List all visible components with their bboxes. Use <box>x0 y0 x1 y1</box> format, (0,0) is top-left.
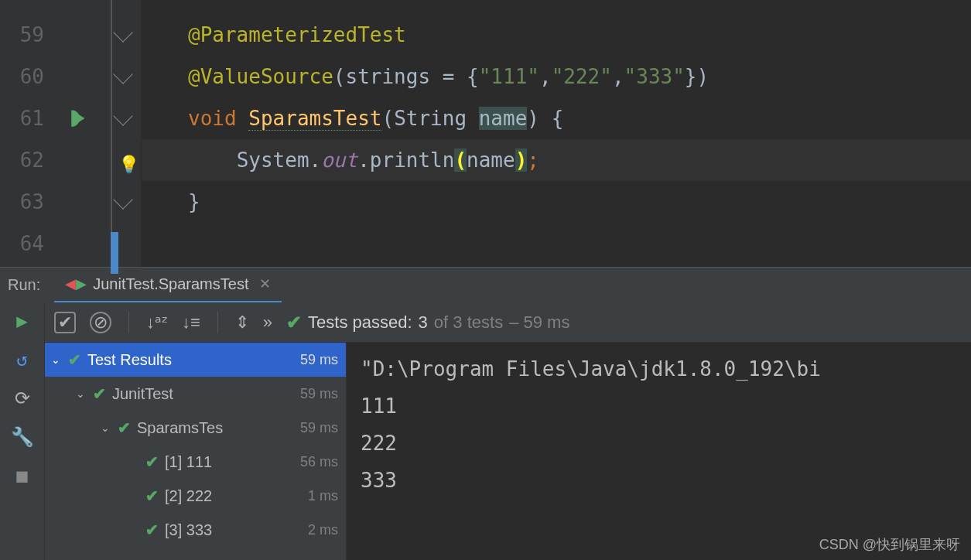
code-line-current[interactable]: System.out.println(name); <box>142 139 971 181</box>
test-node-label: Test Results <box>87 351 300 369</box>
fold-marker-icon[interactable] <box>113 22 132 42</box>
show-ignored-icon[interactable]: ⊘ <box>90 312 111 333</box>
line-number: 61 <box>0 97 44 139</box>
tests-passed-count: 3 <box>419 312 428 333</box>
code-line[interactable]: @ParameterizedTest <box>142 14 971 56</box>
arg-token: name <box>467 149 515 172</box>
more-icon[interactable]: » <box>263 312 272 333</box>
string-token: "111" <box>479 65 539 88</box>
annotation-token: @ParameterizedTest <box>188 23 406 46</box>
test-node-time: 56 ms <box>300 454 338 470</box>
caret-line-marker <box>111 232 118 274</box>
fold-marker-icon[interactable] <box>113 190 132 209</box>
test-summary: ✔ Tests passed: 3 of 3 tests – 59 ms <box>286 312 569 333</box>
test-passed-check-icon: ✔ <box>118 418 131 437</box>
code-line[interactable] <box>142 223 971 265</box>
type-token: String <box>394 107 467 130</box>
divider <box>217 312 218 333</box>
method-call-token: println <box>370 149 455 172</box>
code-line[interactable]: } <box>142 181 971 223</box>
line-number: 60 <box>0 56 44 97</box>
line-number-gutter: 59 60 61 62 63 64 <box>0 0 58 267</box>
arg-name: strings <box>346 65 431 88</box>
test-passed-check-icon: ✔ <box>68 350 81 369</box>
sort-duration-icon[interactable]: ↓≡ <box>182 312 200 333</box>
run-test-gutter-icon[interactable] <box>69 108 89 133</box>
test-node-time: 2 ms <box>308 522 338 538</box>
expand-all-icon[interactable]: ⇕ <box>235 312 249 333</box>
string-token: "333" <box>624 65 685 88</box>
test-node-label: [1] 111 <box>165 453 300 471</box>
test-tree-panel[interactable]: ⌄✔Test Results59 ms⌄✔JunitTest59 ms⌄✔Spa… <box>45 343 347 560</box>
settings-icon[interactable]: 🔧 <box>11 426 34 448</box>
run-config-tab[interactable]: ◀▶ JunitTest.SparamsTest ✕ <box>54 268 282 303</box>
code-area[interactable]: @ParameterizedTest @ValueSource(strings … <box>142 0 971 267</box>
test-node-label: [3] 333 <box>165 521 308 539</box>
test-node-label: SparamsTes <box>137 419 300 437</box>
fold-marker-icon[interactable] <box>113 64 132 84</box>
annotation-token: @ValueSource <box>188 65 333 88</box>
toggle-auto-test-icon[interactable]: ↺ <box>16 349 27 370</box>
matched-paren: ( <box>454 149 467 172</box>
run-label: Run: <box>8 276 40 294</box>
run-left-toolbar: ▶ ↺ ⟳ 🔧 ■ <box>0 302 45 560</box>
run-right-side: ✔ ⊘ ↓ᵃᶻ ↓≡ ⇕ » ✔ Tests passed: 3 of 3 te… <box>45 302 971 560</box>
stop-icon[interactable]: ■ <box>16 465 27 487</box>
run-tab-title: JunitTest.SparamsTest <box>93 275 248 293</box>
code-editor: 59 60 61 62 63 64 💡 @ParameterizedTest @… <box>0 0 971 267</box>
rerun-icon[interactable]: ▶ <box>16 310 27 332</box>
test-tree-row[interactable]: ⌄✔Test Results59 ms <box>45 343 346 377</box>
run-tool-window-header: Run: ◀▶ JunitTest.SparamsTest ✕ <box>0 267 971 302</box>
line-number: 62 <box>0 139 44 181</box>
field-token: out <box>321 149 357 172</box>
test-node-time: 59 ms <box>300 352 338 368</box>
method-name-token: SparamsTest <box>248 107 381 131</box>
expand-chevron-icon[interactable]: ⌄ <box>51 353 68 366</box>
test-tree-row[interactable]: ✔[2] 2221 ms <box>45 479 346 513</box>
sort-icon[interactable]: ↓ᵃᶻ <box>146 312 168 333</box>
gutter-icon-column <box>58 0 111 267</box>
test-tree-row[interactable]: ✔[3] 3332 ms <box>45 513 346 547</box>
test-config-icon: ◀▶ <box>65 275 87 292</box>
test-tree-row[interactable]: ✔[1] 11156 ms <box>45 445 346 479</box>
param-token: name <box>479 107 528 130</box>
fold-marker-icon[interactable] <box>113 106 132 125</box>
class-token: System <box>237 149 309 172</box>
code-line[interactable]: void SparamsTest(String name) { <box>142 97 971 139</box>
expand-chevron-icon[interactable]: ⌄ <box>101 422 118 434</box>
test-tree-row[interactable]: ⌄✔JunitTest59 ms <box>45 377 346 411</box>
code-line[interactable]: @ValueSource(strings = {"111","222","333… <box>142 56 971 97</box>
divider <box>128 312 129 333</box>
line-number: 64 <box>0 223 44 265</box>
line-number: 59 <box>0 14 44 56</box>
test-node-time: 1 ms <box>308 488 338 504</box>
tests-time: – 59 ms <box>509 312 569 333</box>
brace-token: } <box>188 190 200 213</box>
test-node-time: 59 ms <box>300 420 338 436</box>
show-passed-icon[interactable]: ✔ <box>54 312 76 333</box>
test-passed-check-icon: ✔ <box>93 384 106 403</box>
test-node-label: [2] 222 <box>165 487 308 505</box>
results-row: ⌄✔Test Results59 ms⌄✔JunitTest59 ms⌄✔Spa… <box>45 343 971 560</box>
test-tree-row[interactable]: ⌄✔SparamsTes59 ms <box>45 411 346 445</box>
matched-paren: ) <box>515 149 528 172</box>
test-node-label: JunitTest <box>112 385 300 403</box>
intention-bulb-icon[interactable]: 💡 <box>118 155 139 174</box>
test-passed-check-icon: ✔ <box>145 487 159 505</box>
line-number: 63 <box>0 181 44 223</box>
test-node-time: 59 ms <box>300 386 338 402</box>
test-passed-check-icon: ✔ <box>145 452 159 471</box>
keyword-token: void <box>188 107 237 130</box>
console-output[interactable]: "D:\Program Files\Java\jdk1.8.0_192\bi 1… <box>347 343 971 560</box>
tests-total: of 3 tests <box>434 312 503 333</box>
fold-column: 💡 <box>111 0 142 267</box>
close-tab-icon[interactable]: ✕ <box>259 275 271 292</box>
tests-passed-label: Tests passed: <box>308 312 412 333</box>
passed-check-icon: ✔ <box>286 312 302 333</box>
rerun-failed-icon[interactable]: ⟳ <box>15 388 30 409</box>
string-token: "222" <box>552 65 612 88</box>
run-tool-window-body: ▶ ↺ ⟳ 🔧 ■ ✔ ⊘ ↓ᵃᶻ ↓≡ ⇕ » ✔ Tests passed:… <box>0 302 971 560</box>
watermark: CSDN @快到锅里来呀 <box>819 535 960 554</box>
test-passed-check-icon: ✔ <box>145 521 159 539</box>
expand-chevron-icon[interactable]: ⌄ <box>76 388 93 400</box>
